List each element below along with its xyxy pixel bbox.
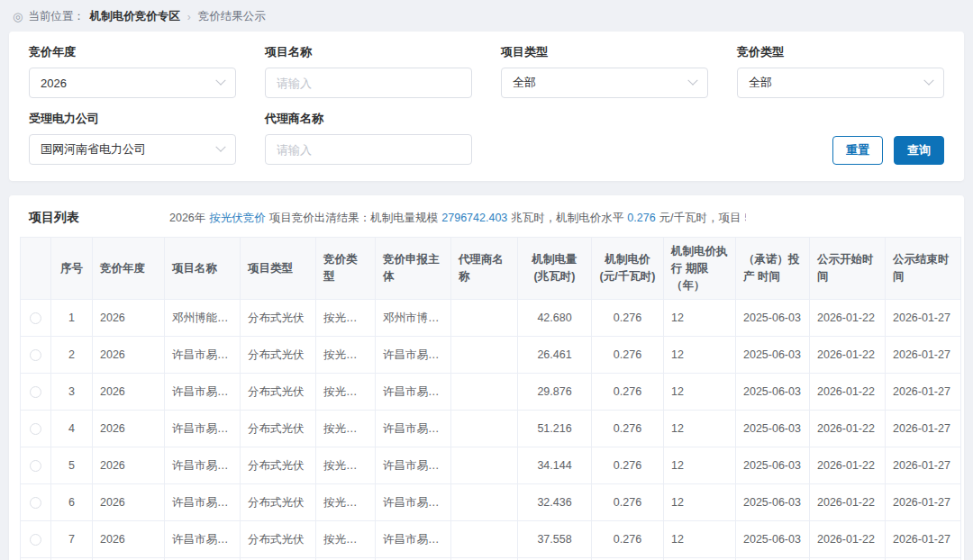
table-cell: 按光伏竞价	[316, 484, 376, 521]
chevron-right-icon: ›	[187, 11, 191, 23]
table-cell: 2026	[93, 521, 165, 558]
table-cell: 2026	[93, 447, 165, 484]
column-header: 机制电价 (元/千瓦时)	[592, 238, 664, 300]
table-cell: 许昌市易森太...	[376, 447, 451, 484]
row-radio[interactable]	[30, 460, 41, 472]
summary-text: 项目竞价出清结果：机制电量规模	[269, 211, 439, 226]
table-cell: 2026-01-27	[886, 447, 961, 484]
table-cell: 2026	[93, 411, 165, 447]
table-cell: 2026	[93, 300, 165, 337]
table-cell: 2026-01-27	[886, 521, 961, 558]
clearing-summary: 2026年 按光伏竞价 项目竞价出清结果：机制电量规模 2796742.403 …	[169, 211, 746, 226]
table-cell	[451, 484, 518, 521]
table-cell: 许昌市易森太...	[165, 411, 241, 447]
table-row: 32026许昌市易森太...分布式光伏按光伏竞价许昌市易森太...29.8760…	[21, 374, 961, 411]
filter-agent-name: 代理商名称	[265, 111, 472, 165]
table-cell: 许昌市易森太...	[376, 374, 451, 411]
search-button[interactable]: 查询	[894, 136, 944, 165]
column-header: 公示开始时间	[810, 238, 886, 300]
table-cell	[451, 447, 518, 484]
table-cell: 29.876	[518, 374, 592, 411]
table-body: 12026邓州博能高书...分布式光伏按光伏竞价邓州市博能新...42.6800…	[21, 300, 961, 560]
table-cell: 分布式光伏	[241, 374, 316, 411]
column-header: 竞价类型	[316, 238, 376, 300]
table-cell: 12	[664, 521, 736, 558]
table-row: 22026许昌市易森太...分布式光伏按光伏竞价许昌市易森太...26.4610…	[21, 337, 961, 374]
filter-bid-type: 竞价类型 全部	[737, 44, 944, 98]
table-cell	[451, 411, 518, 447]
table-cell: 2026-01-22	[810, 411, 886, 447]
filter-power-company: 受理电力公司 国网河南省电力公司	[29, 111, 236, 165]
bid-year-select[interactable]: 2026	[29, 68, 236, 98]
filter-project-name: 项目名称	[265, 44, 472, 98]
table-cell: 分布式光伏	[241, 337, 316, 374]
table-cell: 按光伏竞价	[316, 337, 376, 374]
table-cell: 42.680	[518, 300, 592, 337]
breadcrumb-section[interactable]: 机制电价竞价专区	[90, 9, 180, 24]
table-cell: 26.461	[518, 337, 592, 374]
table-cell: 12	[664, 300, 736, 337]
table-cell: 0.276	[592, 411, 664, 447]
table-cell: 6	[51, 484, 93, 521]
table-row: 72026许昌市易森太...分布式光伏按光伏竞价许昌市易森太...37.5580…	[21, 521, 961, 558]
filter-label: 竞价类型	[737, 44, 944, 60]
chevron-down-icon	[923, 76, 933, 86]
table-cell: 2026-01-22	[810, 300, 886, 337]
bid-type-select[interactable]: 全部	[737, 68, 944, 98]
table-cell: 32.436	[518, 484, 592, 521]
chevron-down-icon	[215, 76, 225, 86]
table-cell: 2026-01-27	[886, 337, 961, 374]
table-cell: 许昌市易森太...	[165, 484, 241, 521]
reset-button[interactable]: 重置	[832, 136, 883, 165]
table-cell: 分布式光伏	[241, 411, 316, 447]
filter-bid-year: 竞价年度 2026	[29, 44, 236, 98]
chevron-down-icon	[215, 142, 225, 152]
row-select-cell	[21, 411, 51, 447]
row-radio[interactable]	[30, 312, 41, 324]
row-radio[interactable]	[30, 497, 41, 509]
select-value: 全部	[513, 75, 536, 91]
table-cell: 按光伏竞价	[316, 447, 376, 484]
column-header: 项目名称	[165, 238, 241, 300]
table-cell: 许昌市易森太...	[165, 521, 241, 558]
table-cell: 2025-06-03	[736, 484, 810, 521]
table-cell: 许昌市易森太...	[376, 337, 451, 374]
results-header: 项目列表 2026年 按光伏竞价 项目竞价出清结果：机制电量规模 2796742…	[20, 206, 953, 237]
table-cell: 2026-01-27	[886, 411, 961, 447]
table-cell: 分布式光伏	[241, 300, 316, 337]
filter-label: 代理商名称	[265, 111, 472, 127]
table-header-row: 序号竞价年度项目名称项目类型竞价类型竞价申报主体代理商名称机制电量 (兆瓦时)机…	[21, 238, 961, 300]
project-name-input[interactable]	[265, 68, 472, 98]
agent-name-input[interactable]	[265, 134, 472, 165]
table-cell: 2025-06-03	[736, 521, 810, 558]
table-cell: 2025-06-03	[736, 300, 810, 337]
row-select-cell	[21, 484, 51, 521]
table-cell: 许昌市易森太...	[376, 521, 451, 558]
power-company-select[interactable]: 国网河南省电力公司	[29, 134, 236, 165]
column-header: 机制电价执行 期限（年）	[664, 238, 736, 300]
row-radio[interactable]	[30, 349, 41, 361]
table-cell: 许昌市易森太...	[165, 337, 241, 374]
table-cell: 2026-01-27	[886, 300, 961, 337]
table-cell: 2026-01-22	[810, 521, 886, 558]
table-cell: 51.216	[518, 411, 592, 447]
table-cell: 7	[51, 521, 93, 558]
table-cell: 2026-01-27	[886, 374, 961, 411]
project-type-select[interactable]: 全部	[501, 68, 708, 98]
column-header: 竞价申报主体	[376, 238, 451, 300]
row-radio[interactable]	[30, 423, 41, 435]
table-cell: 0.276	[592, 300, 664, 337]
table-cell: 12	[664, 337, 736, 374]
table-cell: 2025-06-03	[736, 337, 810, 374]
row-radio[interactable]	[30, 534, 41, 546]
select-value: 全部	[749, 75, 772, 91]
chevron-down-icon	[687, 76, 697, 86]
table-cell: 2026-01-27	[886, 484, 961, 521]
results-panel: 项目列表 2026年 按光伏竞价 项目竞价出清结果：机制电量规模 2796742…	[9, 195, 964, 560]
filter-panel: 竞价年度 2026 项目名称 项目类型 全部 竞价类型	[9, 32, 964, 181]
table-cell: 分布式光伏	[241, 521, 316, 558]
pv-bid-link[interactable]: 按光伏竞价	[209, 211, 266, 226]
row-radio[interactable]	[30, 386, 41, 398]
table-row: 12026邓州博能高书...分布式光伏按光伏竞价邓州市博能新...42.6800…	[21, 300, 961, 337]
table-cell: 2026-01-22	[810, 374, 886, 411]
